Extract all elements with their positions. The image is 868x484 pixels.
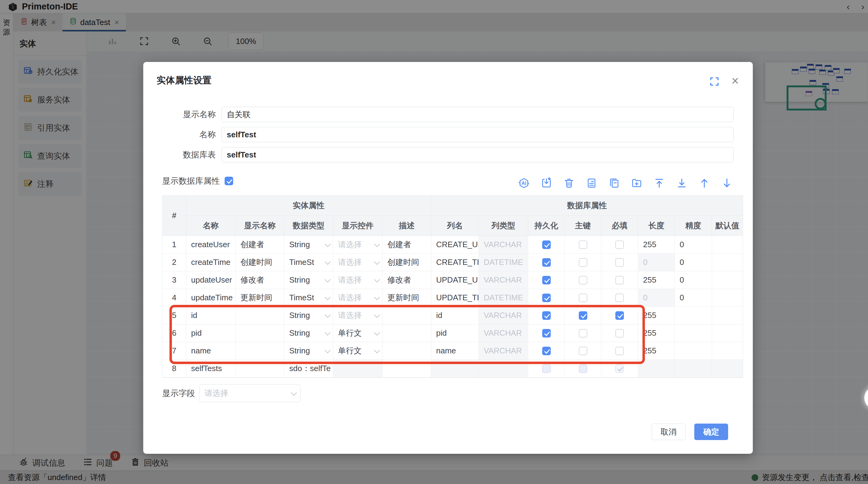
cell-data-type-select[interactable]: String	[284, 271, 333, 289]
cell-column-name[interactable]: CREATE_US	[431, 236, 479, 254]
cell-name[interactable]: name	[186, 342, 236, 360]
required-checkbox[interactable]	[615, 293, 624, 302]
display-field-select[interactable]: 请选择	[199, 384, 301, 402]
cell-precision[interactable]	[675, 324, 712, 342]
cell-name[interactable]: createUser	[186, 236, 236, 254]
cell-column-name[interactable]: UPDATE_TI	[431, 289, 479, 307]
cell-precision[interactable]: 0	[675, 236, 712, 254]
cell-description[interactable]	[382, 307, 431, 324]
field-input-名称[interactable]: selfTest	[222, 127, 734, 142]
cell-length[interactable]: 255	[638, 307, 675, 324]
cell-control-select[interactable]: 单行文	[333, 342, 382, 360]
cell-display-name[interactable]	[236, 342, 284, 360]
cell-name[interactable]: updateUser	[186, 271, 236, 289]
cell-column-name[interactable]: pid	[431, 324, 479, 342]
cell-control-select[interactable]: 请选择	[333, 289, 382, 307]
field-input-数据库表[interactable]: selfTest	[222, 147, 734, 162]
delete-icon[interactable]	[563, 177, 575, 189]
primary-key-checkbox[interactable]	[579, 347, 587, 355]
copy-icon[interactable]	[608, 177, 620, 189]
cell-display-name[interactable]	[236, 360, 284, 377]
cell-default[interactable]	[712, 236, 743, 254]
move-up-icon[interactable]	[699, 177, 710, 189]
cell-default[interactable]	[712, 271, 743, 289]
add-folder-icon[interactable]	[631, 177, 643, 189]
cell-description[interactable]: 创建者	[382, 236, 431, 254]
cell-data-type-select[interactable]: sdo：selfTe	[284, 360, 333, 377]
cell-column-name[interactable]: name	[431, 342, 479, 360]
cell-name[interactable]: pid	[186, 324, 236, 342]
cancel-button[interactable]: 取消	[652, 424, 685, 440]
cell-data-type-select[interactable]: String	[284, 236, 333, 254]
ok-button[interactable]: 确定	[694, 424, 728, 440]
cell-description[interactable]: 修改者	[382, 271, 431, 289]
cell-length[interactable]: 255	[638, 342, 675, 360]
cell-length[interactable]: 255	[638, 324, 675, 342]
cell-description[interactable]	[382, 324, 431, 342]
document-icon[interactable]	[586, 177, 597, 189]
field-input-显示名称[interactable]: 自关联	[222, 107, 734, 122]
cell-precision[interactable]: 0	[675, 271, 712, 289]
cell-control-select[interactable]: 请选择	[333, 254, 382, 271]
cell-name[interactable]: selfTests	[186, 360, 236, 377]
required-checkbox[interactable]	[615, 258, 624, 267]
cell-control-select[interactable]: 请选择	[333, 271, 382, 289]
close-icon[interactable]: ×	[729, 75, 741, 88]
cell-display-name[interactable]	[236, 324, 284, 342]
cell-precision[interactable]: 0	[675, 254, 712, 271]
move-down-icon[interactable]	[721, 177, 733, 189]
cell-default[interactable]	[712, 307, 743, 324]
cell-description[interactable]: 更新时间	[382, 289, 431, 307]
required-checkbox[interactable]	[615, 364, 624, 373]
cell-description[interactable]: 创建时间	[382, 254, 431, 271]
cell-column-name[interactable]: UPDATE_U	[431, 271, 479, 289]
cell-default[interactable]	[712, 289, 743, 307]
cell-control-select[interactable]: 单行文	[333, 324, 382, 342]
cell-control-select[interactable]: 请选择	[333, 307, 382, 324]
primary-key-checkbox[interactable]	[579, 311, 587, 320]
persist-checkbox[interactable]	[542, 311, 551, 320]
required-checkbox[interactable]	[615, 276, 624, 284]
cell-data-type-select[interactable]: String	[284, 307, 333, 324]
cell-display-name[interactable]: 创建者	[236, 236, 284, 254]
cell-default[interactable]	[712, 324, 743, 342]
required-checkbox[interactable]	[615, 329, 624, 338]
persist-checkbox[interactable]	[542, 240, 551, 249]
cell-display-name[interactable]: 创建时间	[236, 254, 284, 271]
cell-column-name[interactable]: CREATE_TI	[431, 254, 479, 271]
cell-control-select[interactable]: 请选择	[333, 236, 382, 254]
persist-checkbox[interactable]	[542, 276, 551, 284]
cell-display-name[interactable]	[236, 307, 284, 324]
persist-checkbox[interactable]	[542, 258, 551, 267]
cell-display-name[interactable]: 修改者	[236, 271, 284, 289]
persist-checkbox[interactable]	[542, 329, 551, 338]
cell-name[interactable]: updateTime	[186, 289, 236, 307]
persist-checkbox[interactable]	[542, 347, 551, 355]
cell-precision[interactable]	[675, 342, 712, 360]
required-checkbox[interactable]	[615, 347, 624, 355]
primary-key-checkbox[interactable]	[579, 258, 587, 267]
primary-key-checkbox[interactable]	[579, 276, 587, 284]
cell-description[interactable]	[382, 342, 431, 360]
required-checkbox[interactable]	[615, 311, 624, 320]
cell-length[interactable]: 255	[638, 271, 675, 289]
fullscreen-icon[interactable]	[709, 76, 720, 87]
cell-default[interactable]	[712, 342, 743, 360]
cell-name[interactable]: createTime	[186, 254, 236, 271]
cell-display-name[interactable]: 更新时间	[236, 289, 284, 307]
move-bottom-icon[interactable]	[676, 177, 688, 189]
cell-data-type-select[interactable]: String	[284, 342, 333, 360]
primary-key-checkbox[interactable]	[579, 293, 587, 302]
required-checkbox[interactable]	[615, 240, 624, 249]
cell-precision[interactable]	[675, 307, 712, 324]
cell-column-name[interactable]: id	[431, 307, 479, 324]
cell-data-type-select[interactable]: String	[284, 324, 333, 342]
persist-checkbox[interactable]	[542, 293, 551, 302]
cell-data-type-select[interactable]: TimeSt	[284, 289, 333, 307]
cell-precision[interactable]: 0	[675, 289, 712, 307]
cell-length[interactable]: 255	[638, 236, 675, 254]
primary-key-checkbox[interactable]	[579, 329, 587, 338]
ai-icon[interactable]: AI	[518, 177, 530, 189]
primary-key-checkbox[interactable]	[579, 364, 587, 373]
cell-data-type-select[interactable]: TimeSt	[284, 254, 333, 271]
